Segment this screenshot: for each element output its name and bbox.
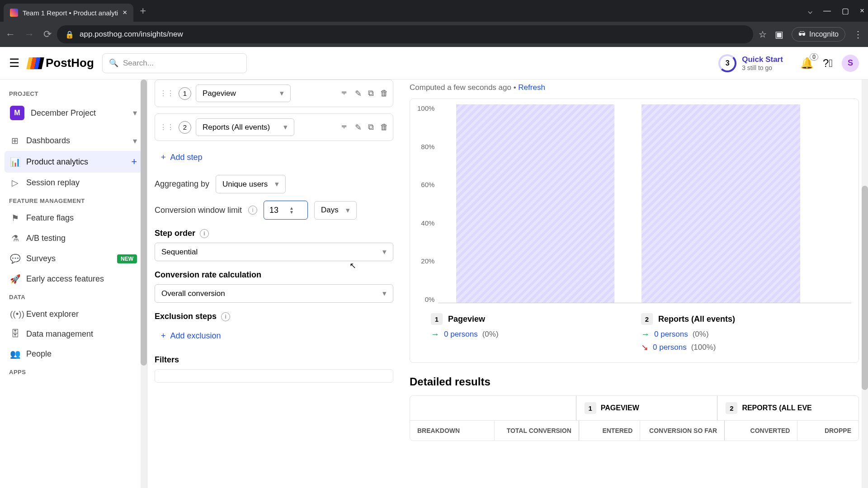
notifications-icon[interactable]: 🔔0 bbox=[800, 57, 814, 70]
plus-icon: + bbox=[161, 331, 166, 341]
main-scrollbar[interactable] bbox=[862, 80, 868, 488]
progress-ring: 3 bbox=[718, 54, 736, 72]
filter-icon[interactable]: ⫧ bbox=[340, 89, 349, 99]
chat-icon: 💬 bbox=[10, 253, 20, 264]
browser-tab[interactable]: Team 1 Report • Product analyti × bbox=[4, 4, 133, 22]
results-table: 1 PAGEVIEW 2 REPORTS (ALL EVE BREAKDOWN … bbox=[410, 395, 859, 441]
chart-plot[interactable] bbox=[438, 104, 851, 303]
y-axis: 100% 80% 60% 40% 20% 0% bbox=[417, 104, 438, 303]
star-icon[interactable]: ☆ bbox=[759, 29, 767, 40]
copy-icon[interactable]: ⧉ bbox=[368, 89, 374, 99]
logo-mark bbox=[26, 57, 44, 69]
window-controls: ⌵ — ▢ × bbox=[808, 6, 864, 16]
table-group-2: 2 REPORTS (ALL EVE bbox=[717, 396, 859, 420]
replay-icon: ▷ bbox=[10, 178, 20, 188]
main-content: ⋮⋮ 1 Pageview ▾ ⫧ ✎ ⧉ 🗑 ⋮⋮ 2 Reports (A bbox=[147, 80, 868, 488]
add-exclusion-button[interactable]: + Add exclusion bbox=[155, 326, 393, 346]
chart-bar-2[interactable] bbox=[642, 104, 800, 303]
edit-icon[interactable]: ✎ bbox=[355, 89, 362, 99]
drag-handle-icon[interactable]: ⋮⋮ bbox=[160, 89, 174, 98]
legend-row[interactable]: → 0 persons (0%) bbox=[641, 329, 838, 339]
sidebar-item-event-explorer[interactable]: ((•)) Event explorer bbox=[5, 304, 142, 324]
sidebar-scrollbar[interactable] bbox=[141, 80, 147, 488]
arrow-down-icon: ↘ bbox=[641, 342, 648, 352]
chevron-down-icon: ▾ bbox=[133, 136, 137, 146]
close-window-icon[interactable]: × bbox=[860, 6, 864, 16]
help-icon[interactable]: ?⃝ bbox=[823, 57, 833, 70]
cwl-input[interactable]: ▲▼ bbox=[264, 201, 308, 220]
step-number: 2 bbox=[179, 121, 191, 134]
drag-handle-icon[interactable]: ⋮⋮ bbox=[160, 123, 174, 131]
browser-nav: ← → ⟳ bbox=[5, 28, 52, 40]
plus-icon: + bbox=[161, 153, 166, 162]
maximize-icon[interactable]: ▢ bbox=[842, 6, 849, 16]
legend-row[interactable]: ↘ 0 persons (100%) bbox=[641, 342, 838, 352]
quick-start-subtitle: 3 still to go bbox=[742, 64, 783, 71]
menu-icon[interactable]: ☰ bbox=[9, 56, 19, 70]
tab-title: Team 1 Report • Product analyti bbox=[23, 9, 118, 17]
rocket-icon: 🚀 bbox=[10, 274, 20, 284]
step-number: 1 bbox=[179, 87, 191, 100]
sidebar-item-project[interactable]: M December Project ▾ bbox=[5, 101, 142, 125]
step-event-select[interactable]: Pageview ▾ bbox=[196, 84, 291, 102]
chevron-down-icon: ▾ bbox=[275, 179, 279, 189]
legend-row[interactable]: → 0 persons (0%) bbox=[431, 329, 627, 339]
filter-icon[interactable]: ⫧ bbox=[340, 122, 349, 132]
funnel-chart: 100% 80% 60% 40% 20% 0% 1 bbox=[410, 99, 859, 363]
avatar[interactable]: S bbox=[842, 55, 859, 72]
forward-icon[interactable]: → bbox=[24, 28, 34, 40]
step-order-select[interactable]: Sequential ▾ bbox=[155, 243, 393, 261]
chevron-down-icon[interactable]: ⌵ bbox=[808, 6, 812, 16]
delete-icon[interactable]: 🗑 bbox=[380, 89, 388, 99]
add-step-button[interactable]: + Add step bbox=[155, 147, 393, 168]
chart-legend: 1 Pageview → 0 persons (0%) 2 Reports (A… bbox=[417, 313, 851, 355]
info-icon[interactable]: i bbox=[200, 229, 209, 238]
sidebar-item-people[interactable]: 👥 People bbox=[5, 344, 142, 364]
logo[interactable]: PostHog bbox=[28, 56, 94, 70]
new-tab-button[interactable]: + bbox=[140, 5, 146, 17]
info-icon[interactable]: i bbox=[221, 312, 230, 321]
url-bar[interactable]: 🔒 app.posthog.com/insights/new bbox=[57, 25, 753, 43]
cwl-unit-select[interactable]: Days ▾ bbox=[314, 201, 357, 220]
arrow-right-icon: → bbox=[431, 329, 439, 339]
aggregating-select[interactable]: Unique users ▾ bbox=[216, 175, 286, 193]
col-total-conversion: TOTAL CONVERSION bbox=[495, 421, 579, 441]
sidebar-item-session-replay[interactable]: ▷ Session replay bbox=[5, 173, 142, 193]
chevron-down-icon: ▾ bbox=[346, 206, 350, 215]
step-event-select[interactable]: Reports (All events) ▾ bbox=[196, 118, 294, 136]
sidebar-heading-project: PROJECT bbox=[5, 86, 142, 101]
plus-icon[interactable]: + bbox=[131, 156, 137, 168]
edit-icon[interactable]: ✎ bbox=[355, 122, 362, 132]
crc-select[interactable]: Overall conversion ▾ bbox=[155, 284, 393, 303]
sidebar-item-ab-testing[interactable]: ⚗ A/B testing bbox=[5, 228, 142, 249]
sidebar-item-feature-flags[interactable]: ⚑ Feature flags bbox=[5, 208, 142, 228]
sidebar-item-product-analytics[interactable]: 📊 Product analytics + bbox=[5, 151, 142, 173]
reload-icon[interactable]: ⟳ bbox=[43, 28, 52, 40]
sidebar-item-early-access[interactable]: 🚀 Early access features bbox=[5, 269, 142, 289]
quick-start[interactable]: 3 Quick Start 3 still to go bbox=[718, 54, 783, 72]
delete-icon[interactable]: 🗑 bbox=[380, 122, 388, 132]
back-icon[interactable]: ← bbox=[5, 28, 15, 40]
search-icon: 🔍 bbox=[109, 58, 118, 68]
number-stepper[interactable]: ▲▼ bbox=[289, 206, 294, 214]
flag-icon: ⚑ bbox=[10, 213, 20, 223]
cwl-value[interactable] bbox=[269, 206, 288, 215]
sidebar-item-data-management[interactable]: 🗄 Data management bbox=[5, 324, 142, 344]
incognito-icon: 🕶 bbox=[798, 30, 806, 38]
chart-bar-1[interactable] bbox=[456, 104, 614, 303]
computed-status: Computed a few seconds ago • Refresh bbox=[410, 83, 859, 92]
minimize-icon[interactable]: — bbox=[823, 6, 831, 16]
info-icon[interactable]: i bbox=[248, 206, 257, 215]
analytics-icon: 📊 bbox=[10, 157, 20, 167]
filters-box[interactable] bbox=[155, 369, 393, 383]
sidebar-item-surveys[interactable]: 💬 Surveys NEW bbox=[5, 249, 142, 269]
search-input[interactable]: 🔍 Search... bbox=[102, 53, 247, 73]
refresh-link[interactable]: Refresh bbox=[518, 83, 545, 92]
browser-menu-icon[interactable]: ⋮ bbox=[854, 29, 863, 40]
panel-icon[interactable]: ▣ bbox=[775, 29, 783, 40]
sidebar-item-dashboards[interactable]: ⊞ Dashboards ▾ bbox=[5, 131, 142, 151]
incognito-badge[interactable]: 🕶 Incognito bbox=[792, 27, 845, 42]
app-header: ☰ PostHog 🔍 Search... 3 Quick Start 3 st… bbox=[0, 47, 868, 80]
copy-icon[interactable]: ⧉ bbox=[368, 122, 374, 132]
tab-close-icon[interactable]: × bbox=[123, 8, 127, 17]
